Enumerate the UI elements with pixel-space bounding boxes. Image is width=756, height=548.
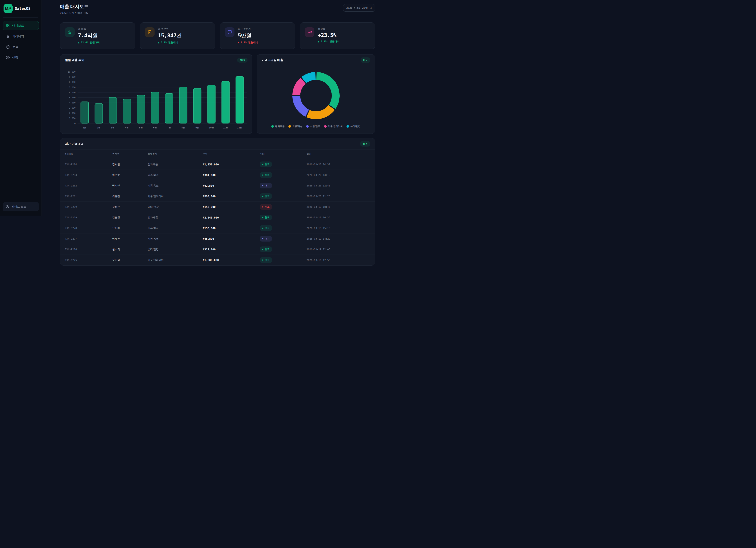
category: 전자제품	[148, 216, 203, 219]
category: 뷰티/건강	[148, 205, 203, 209]
amount: ₩890,000	[203, 195, 260, 198]
x-axis-tick-label: 1월	[83, 126, 86, 129]
column-header: 금액	[203, 153, 260, 156]
category-donut-chart: 전자제품의류/패션식품/음료가구/인테리어뷰티/건강	[257, 66, 375, 134]
legend-dot	[288, 125, 291, 128]
y-axis-tick-label: 1,000	[69, 117, 76, 120]
gear-icon	[6, 56, 10, 59]
amount: ₩1,250,000	[203, 163, 260, 166]
legend-label: 가구/인테리어	[328, 125, 343, 128]
status-dot	[262, 164, 263, 165]
transactions-table: 거래 ID고객명카테고리금액상태일시 TXN-9284김서연전자제품₩1,250…	[60, 150, 375, 266]
sidebar-bottom-divider	[3, 199, 38, 199]
legend-dot	[324, 125, 327, 128]
bar	[95, 104, 103, 123]
pie-icon	[6, 45, 10, 49]
customer-name: 김서연	[112, 163, 148, 166]
dollar-icon	[65, 27, 75, 37]
sales-dashboard-page: { "app": { "name": "SalesOS", "logo_glyp…	[0, 0, 378, 274]
theme-toggle-label: 라이트 모드	[12, 205, 26, 209]
kpi-label: 총 주문수	[158, 27, 182, 31]
status-badge: 완료	[260, 193, 272, 199]
transaction-datetime: 2026-03-19 16:33	[307, 216, 370, 219]
chat-icon	[225, 27, 234, 37]
donut-chart-title: 카테고리별 매출	[262, 58, 283, 62]
moon-icon	[6, 205, 9, 209]
app-logo-icon: M↗	[4, 4, 13, 13]
kpi-delta: ▲ 8.7% 전월대비	[158, 41, 182, 44]
status-dot	[262, 249, 263, 250]
transaction-id: TXN-9275	[65, 259, 112, 262]
bar	[137, 95, 145, 123]
table-row: TXN-9277임재현식품/음료₩45,800대기2026-03-19 14:2…	[60, 234, 375, 244]
status-label: 완료	[265, 173, 270, 177]
x-axis-tick-label: 5월	[139, 126, 143, 129]
legend-dot	[306, 125, 309, 128]
app-name: SalesOS	[15, 6, 31, 11]
trend-icon	[305, 27, 314, 37]
dollar-icon	[6, 34, 10, 38]
kpi-delta: ▲ 5.2%p 전월대비	[318, 40, 339, 43]
column-header: 카테고리	[148, 153, 203, 156]
sidebar-item-analytics[interactable]: 분석	[3, 42, 39, 51]
sidebar-item-settings[interactable]: 설정	[3, 53, 39, 62]
status-badge: 대기	[260, 236, 272, 242]
kpi-card-growth-rate: 성장률+23.5%▲ 5.2%p 전월대비	[300, 22, 375, 49]
x-axis-tick-label: 10월	[209, 126, 214, 129]
customer-name: 오민석	[112, 258, 148, 262]
customer-name: 강도현	[112, 216, 148, 219]
theme-toggle-button[interactable]: 라이트 모드	[3, 202, 39, 211]
bar	[193, 88, 201, 123]
sidebar-item-transactions[interactable]: 거래내역	[3, 32, 39, 41]
table-row: TXN-9275오민석가구/인테리어₩1,680,000완료2026-03-18…	[60, 255, 375, 266]
page-subtitle: 2026년 실시간 매출 현황	[60, 11, 88, 15]
category: 뷰티/건강	[148, 248, 203, 251]
sidebar-item-label: 분석	[12, 45, 18, 49]
bar	[179, 87, 187, 123]
legend-label: 의류/패션	[292, 125, 302, 128]
donut-segment	[316, 72, 339, 109]
sidebar-item-dashboard[interactable]: 대시보드	[3, 21, 39, 30]
transaction-id: TXN-9282	[65, 184, 112, 187]
status-dot	[262, 185, 263, 186]
bar	[123, 99, 131, 123]
bar-chart-svg: 01,0002,0003,0004,0005,0006,0007,0008,00…	[65, 69, 248, 130]
recent-transactions-card: 최근 거래내역 10건 거래 ID고객명카테고리금액상태일시 TXN-9284김…	[60, 138, 375, 266]
bar-chart-title: 월별 매출 추이	[65, 58, 84, 62]
grid-icon	[6, 24, 10, 28]
customer-name: 정하은	[112, 205, 148, 209]
amount: ₩384,000	[203, 174, 260, 177]
table-row: TXN-9282박지민식품/음료₩62,500대기2026-03-20 12:4…	[60, 180, 375, 191]
customer-name: 박지민	[112, 184, 148, 188]
kpi-label: 평균 주문가	[238, 27, 258, 31]
x-axis-tick-label: 9월	[195, 126, 199, 129]
kpi-delta: ▼ 2.1% 전월대비	[238, 41, 258, 44]
transaction-datetime: 2026-03-19 15:10	[307, 227, 370, 230]
y-axis-tick-label: 4,000	[69, 102, 76, 104]
status-dot	[262, 228, 263, 229]
table-row: TXN-9280정하은뷰티/건강₩156,000취소2026-03-19 18:…	[60, 202, 375, 212]
kpi-label: 총 매출	[78, 27, 100, 31]
status-badge: 완료	[260, 215, 272, 220]
kpi-label: 성장률	[318, 27, 339, 31]
category: 의류/패션	[148, 173, 203, 177]
legend-item: 가구/인테리어	[324, 125, 343, 128]
column-header: 일시	[307, 153, 370, 156]
legend-item: 의류/패션	[288, 125, 302, 128]
table-row: TXN-9284김서연전자제품₩1,250,000완료2026-03-20 14…	[60, 159, 375, 170]
main-content: 매출 대시보드 2026년 실시간 매출 현황 2026년 3월 20일 금 총…	[42, 0, 378, 266]
table-row: TXN-9276한소희뷰티/건강₩327,000완료2026-03-19 12:…	[60, 244, 375, 255]
legend-label: 뷰티/건강	[350, 125, 360, 128]
transactions-title: 최근 거래내역	[65, 142, 83, 146]
status-dot	[262, 206, 263, 208]
transaction-id: TXN-9280	[65, 205, 112, 208]
status-label: 완료	[265, 195, 270, 198]
x-axis-tick-label: 11월	[223, 126, 228, 129]
page-header: 매출 대시보드 2026년 실시간 매출 현황 2026년 3월 20일 금	[60, 4, 375, 15]
customer-name: 윤서아	[112, 227, 148, 230]
bar	[236, 77, 244, 123]
customer-name: 한소희	[112, 248, 148, 251]
bag-icon	[145, 27, 155, 37]
column-header: 거래 ID	[65, 153, 112, 156]
donut-graphic	[265, 70, 367, 123]
